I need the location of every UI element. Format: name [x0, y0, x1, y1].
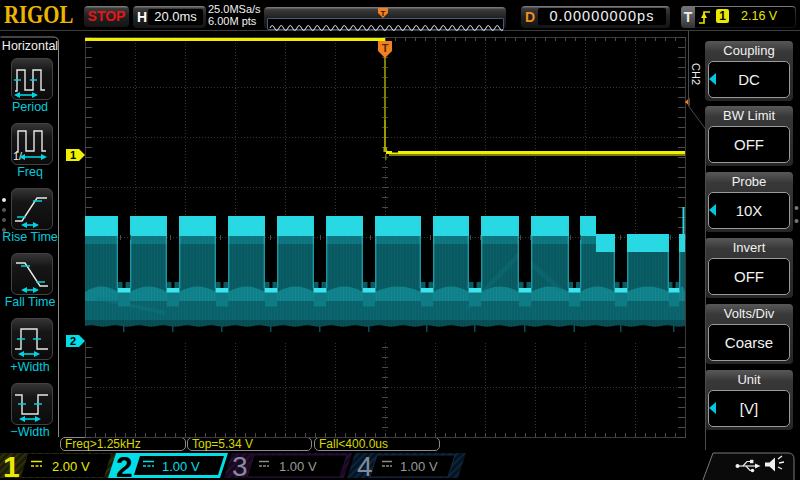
- svg-text:3: 3: [232, 451, 248, 480]
- svg-text:4: 4: [357, 451, 373, 480]
- svg-text:CH2: CH2: [690, 63, 702, 85]
- svg-text:1: 1: [70, 149, 76, 161]
- svg-text:T: T: [382, 42, 389, 54]
- svg-text:1.00 V: 1.00 V: [400, 459, 438, 474]
- svg-text:2: 2: [70, 335, 76, 347]
- svg-text:1.00 V: 1.00 V: [162, 459, 200, 474]
- svg-text:1.00 V: 1.00 V: [279, 459, 317, 474]
- svg-text:1: 1: [3, 450, 20, 480]
- svg-text:2: 2: [116, 450, 133, 480]
- svg-text:2.00 V: 2.00 V: [52, 459, 90, 474]
